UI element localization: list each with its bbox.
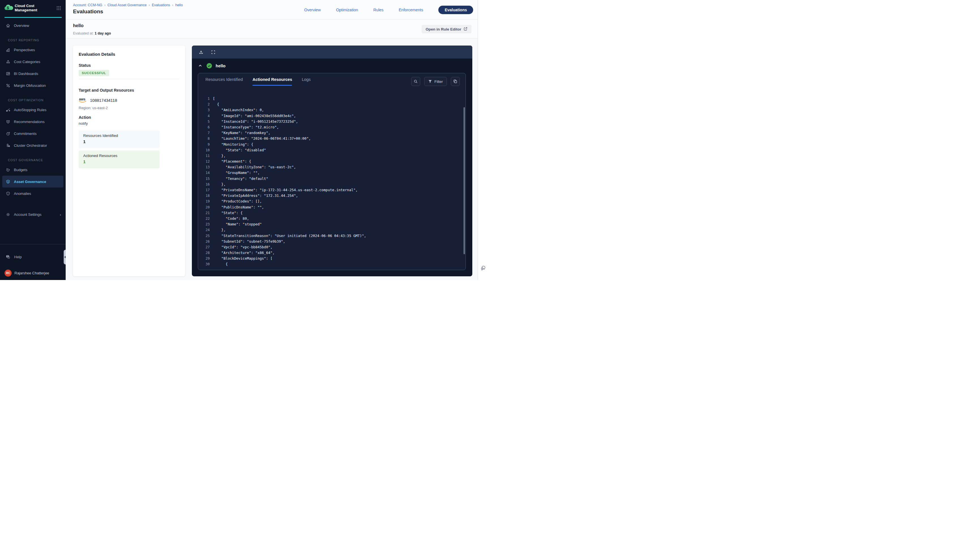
nav-overview[interactable]: Overview bbox=[304, 8, 320, 12]
breadcrumb-link[interactable]: hello bbox=[175, 3, 182, 7]
line-number: 19 bbox=[198, 198, 210, 204]
support-chat-icon[interactable] bbox=[480, 265, 487, 272]
line-number: 17 bbox=[198, 187, 210, 193]
success-check-icon bbox=[206, 63, 212, 69]
sidebar-item-label: Anomalies bbox=[14, 192, 31, 196]
card-actions: Filter bbox=[411, 77, 460, 86]
sidebar-item-help[interactable]: ? Help bbox=[0, 251, 66, 262]
status-badge: SUCCESSFUL bbox=[78, 70, 109, 76]
chevron-up-icon[interactable] bbox=[198, 63, 202, 68]
line-number: 26 bbox=[198, 239, 210, 244]
evaluation-name: hello bbox=[73, 23, 83, 28]
line-number: 11 bbox=[198, 153, 210, 159]
download-icon[interactable] bbox=[199, 50, 204, 55]
code-line: 23 "Name": "stopped" bbox=[198, 222, 466, 227]
resources-identified-box: Resources Identified 1 bbox=[78, 130, 160, 148]
sidebar-item-bi-dashboards[interactable]: BI Dashboards bbox=[0, 68, 66, 80]
line-content: "ImageId": "ami-002438e556dd03e4c", bbox=[213, 113, 296, 119]
copy-button[interactable] bbox=[451, 77, 460, 86]
line-number: 22 bbox=[198, 216, 210, 222]
sidebar-item-anomalies[interactable]: Anomalies bbox=[0, 188, 66, 199]
sidebar: $ Cloud Cost Management OverviewCOST REP… bbox=[0, 0, 66, 280]
breadcrumb-link[interactable]: Cloud Asset Governance bbox=[108, 3, 147, 7]
resources-card: Resources IdentifiedActioned ResourcesLo… bbox=[198, 73, 466, 270]
tab-logs[interactable]: Logs bbox=[302, 77, 310, 86]
breadcrumb-separator: › bbox=[149, 3, 150, 7]
sidebar-item-overview[interactable]: Overview bbox=[0, 20, 66, 32]
filter-button[interactable]: Filter bbox=[424, 77, 447, 86]
sidebar-item-label: Margin Obfuscation bbox=[14, 83, 46, 88]
region-text: Region: us-east-2 bbox=[78, 106, 108, 110]
actioned-resources-value: 1 bbox=[83, 159, 155, 164]
code-scrollbar[interactable] bbox=[464, 107, 465, 254]
nav-evaluations[interactable]: Evaluations bbox=[438, 6, 473, 14]
tab-actioned-resources[interactable]: Actioned Resources bbox=[252, 77, 292, 86]
target-account-row: aws 108817434118 bbox=[78, 97, 117, 103]
line-content: "PrivateIpAddress": "172.31.44.254", bbox=[213, 193, 298, 198]
evaluation-details-card: Evaluation Details Status SUCCESSFUL Tar… bbox=[73, 45, 185, 276]
code-line: 29 "BlockDeviceMappings": [ bbox=[198, 256, 466, 261]
json-code-viewer[interactable]: 1[2 {3 "AmiLaunchIndex": 0,4 "ImageId": … bbox=[198, 96, 466, 270]
breadcrumb-link[interactable]: Account: CCM-NG bbox=[73, 3, 102, 7]
sidebar-item-label: Commitments bbox=[14, 132, 37, 136]
cluster-icon bbox=[6, 143, 10, 148]
search-button[interactable] bbox=[411, 77, 420, 86]
line-content: "PrivateDnsName": "ip-172-31-44-254.us-e… bbox=[213, 187, 358, 193]
line-number: 4 bbox=[198, 113, 210, 119]
code-line: 21 "State": { bbox=[198, 210, 466, 216]
line-content: "Monitoring": { bbox=[213, 142, 253, 147]
panel-toolbar bbox=[192, 45, 472, 58]
nav-rules[interactable]: Rules bbox=[373, 8, 384, 12]
sidebar-nav: OverviewCOST REPORTINGPerspectivesCost C… bbox=[0, 20, 66, 220]
sidebar-item-asset-governance[interactable]: $Asset Governance bbox=[2, 176, 63, 188]
line-number: 7 bbox=[198, 130, 210, 136]
line-content: "VpcId": "vpc-bb845bd0", bbox=[213, 244, 272, 250]
code-line: 6 "InstanceType": "t2.micro", bbox=[198, 125, 466, 130]
line-content: "ProductCodes": [], bbox=[213, 198, 262, 204]
line-number: 20 bbox=[198, 205, 210, 210]
line-content: "StateTransitionReason": "User initiated… bbox=[213, 233, 366, 239]
code-line: 12 "Placement": { bbox=[198, 159, 466, 164]
nav-optimization[interactable]: Optimization bbox=[336, 8, 358, 12]
svg-text:$: $ bbox=[7, 180, 9, 183]
sidebar-item-recommendations[interactable]: Recommendations bbox=[0, 116, 66, 128]
sidebar-user[interactable]: RC Rajarshee Chatterjee bbox=[0, 268, 66, 278]
evaluated-at-value: 1 day ago bbox=[95, 32, 111, 35]
sidebar-item-margin-obfuscation[interactable]: Margin Obfuscation bbox=[0, 80, 66, 92]
line-content: [ bbox=[213, 96, 215, 102]
code-line: 22 "Code": 80, bbox=[198, 216, 466, 222]
open-in-rule-editor-label: Open in Rule Editor bbox=[426, 27, 461, 32]
code-line: 25 "StateTransitionReason": "User initia… bbox=[198, 233, 466, 239]
sidebar-item-budgets[interactable]: $Budgets bbox=[0, 164, 66, 176]
breadcrumb-link[interactable]: Evaluations bbox=[152, 3, 170, 7]
line-number: 21 bbox=[198, 210, 210, 216]
sidebar-section-label: COST REPORTING bbox=[0, 37, 66, 44]
module-grid-icon[interactable] bbox=[56, 6, 61, 12]
sidebar-item-perspectives[interactable]: Perspectives bbox=[0, 44, 66, 56]
open-in-rule-editor-button[interactable]: Open in Rule Editor bbox=[422, 25, 471, 33]
sidebar-item-autostopping-rules[interactable]: AutoStopping Rules bbox=[0, 104, 66, 116]
sidebar-item-cluster-orchestrator[interactable]: Cluster Orchestrator bbox=[0, 140, 66, 151]
top-nav: OverviewOptimizationRulesEnforcementsEva… bbox=[304, 0, 473, 20]
help-label: Help bbox=[14, 255, 22, 259]
code-line: 3 "AmiLaunchIndex": 0, bbox=[198, 107, 466, 113]
line-content: "State": "disabled" bbox=[213, 147, 266, 153]
nav-enforcements[interactable]: Enforcements bbox=[399, 8, 423, 12]
fullscreen-icon[interactable] bbox=[211, 50, 215, 55]
line-number: 8 bbox=[198, 136, 210, 142]
cloud-cost-logo-icon: $ bbox=[4, 4, 14, 13]
actioned-resources-box: Actioned Resources 1 bbox=[78, 150, 160, 168]
sidebar-item-commitments[interactable]: Commitments bbox=[0, 128, 66, 140]
autostopping-icon bbox=[6, 107, 10, 112]
tab-resources-identified[interactable]: Resources Identified bbox=[205, 77, 243, 86]
line-number: 27 bbox=[198, 244, 210, 250]
line-number: 1 bbox=[198, 96, 210, 102]
sidebar-item-cost-categories[interactable]: Cost Categories bbox=[0, 56, 66, 68]
sidebar-item-account-settings[interactable]: Account Settings› bbox=[0, 208, 66, 220]
code-line: 4 "ImageId": "ami-002438e556dd03e4c", bbox=[198, 113, 466, 119]
code-line: 18 "PrivateIpAddress": "172.31.44.254", bbox=[198, 193, 466, 198]
evaluation-result-row: hello bbox=[192, 58, 472, 73]
code-line: 13 "AvailabilityZone": "us-east-2c", bbox=[198, 164, 466, 170]
line-content: "Name": "stopped" bbox=[213, 222, 262, 227]
funnel-icon bbox=[428, 80, 432, 83]
